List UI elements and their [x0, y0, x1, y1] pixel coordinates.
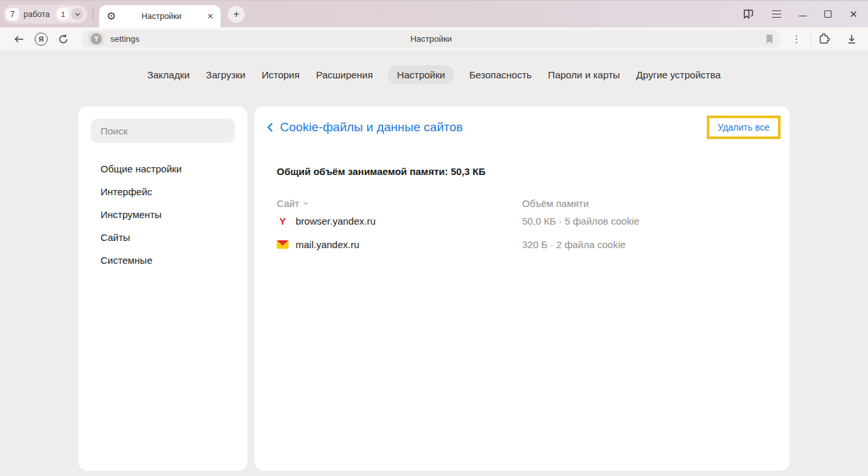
site-name: mail.yandex.ru: [296, 239, 360, 250]
table-row[interactable]: mail.yandex.ru 320 Б · 2 файла cookie: [277, 232, 767, 256]
tab-settings[interactable]: ⚙ Настройки ✕: [99, 5, 221, 27]
menu-icon[interactable]: [772, 10, 781, 18]
column-site-label: Сайт: [277, 198, 300, 209]
yandex-browser-favicon: Y: [277, 215, 288, 227]
page-title-in-urlbar: Настройки: [82, 34, 780, 44]
settings-sidebar: Общие настройки Интерфейс Инструменты Са…: [78, 106, 247, 471]
search-input[interactable]: [91, 119, 235, 143]
nav-history[interactable]: История: [260, 65, 301, 84]
tab-group-counter[interactable]: 1: [55, 7, 85, 22]
new-tab-button[interactable]: +: [228, 6, 245, 23]
downloads-icon[interactable]: [846, 33, 858, 45]
site-name: browser.yandex.ru: [296, 215, 376, 227]
cookies-table: Сайт Объём памяти Y browser.yandex.ru 50…: [277, 198, 767, 256]
extensions-icon[interactable]: [818, 32, 831, 46]
site-size: 50,0 КБ · 5 файлов cookie: [522, 215, 767, 227]
nav-downloads[interactable]: Загрузки: [205, 65, 247, 84]
sidebar-item-interface[interactable]: Интерфейс: [78, 180, 247, 203]
site-size: 320 Б · 2 файла cookie: [522, 239, 767, 250]
total-memory-label: Общий объём занимаемой памяти: 50,3 КБ: [277, 166, 790, 177]
sidebar-item-sites[interactable]: Сайты: [78, 226, 247, 249]
table-header: Сайт Объём памяти: [277, 198, 767, 209]
address-bar[interactable]: Y settings Настройки: [82, 30, 780, 48]
tab-close-icon[interactable]: ✕: [207, 12, 213, 21]
nav-passwords[interactable]: Пароли и карты: [547, 65, 621, 84]
nav-other-devices[interactable]: Другие устройства: [635, 65, 722, 84]
yandex-mail-favicon: [277, 240, 288, 249]
toolbar: Я Y settings Настройки ⋮: [0, 27, 868, 50]
column-size: Объём памяти: [522, 198, 767, 209]
maximize-icon[interactable]: [824, 10, 831, 18]
tab-group-unread-badge: 7: [6, 8, 19, 21]
nav-extensions[interactable]: Расширения: [315, 65, 374, 84]
tab-separator: [93, 8, 93, 21]
delete-all-button[interactable]: Удалить все: [707, 116, 781, 139]
nav-security[interactable]: Безопасность: [468, 65, 533, 84]
url-text[interactable]: settings: [110, 34, 140, 44]
bookmark-icon[interactable]: [765, 34, 774, 44]
browser-window: 7 работа 1 ⚙ Настройки ✕ +: [0, 0, 868, 476]
bookmarks-panel-icon[interactable]: [742, 8, 754, 20]
minimize-icon[interactable]: [799, 16, 807, 17]
cookies-panel: Cookie-файлы и данные сайтов Удалить все…: [255, 106, 790, 471]
sidebar-item-tools[interactable]: Инструменты: [78, 203, 247, 226]
tab-group-count-badge: 1: [57, 8, 69, 20]
nav-bookmarks[interactable]: Закладки: [146, 65, 191, 84]
back-icon[interactable]: [9, 33, 29, 45]
sort-chevron-icon[interactable]: [303, 200, 309, 206]
tab-title: Настройки: [116, 12, 208, 21]
reload-icon[interactable]: [54, 33, 73, 45]
column-site[interactable]: Сайт: [277, 198, 522, 209]
window-close-icon[interactable]: ✕: [849, 9, 858, 19]
sidebar-item-system[interactable]: Системные: [78, 249, 247, 272]
settings-nav: Закладки Загрузки История Расширения Нас…: [0, 65, 868, 84]
site-favicon-icon: Y: [91, 33, 102, 44]
chevron-down-icon[interactable]: [71, 8, 84, 20]
tab-group[interactable]: 7 работа 1: [3, 5, 87, 24]
tab-group-name: работа: [23, 10, 51, 19]
nav-settings[interactable]: Настройки: [388, 65, 454, 84]
tab-strip: 7 работа 1 ⚙ Настройки ✕ +: [0, 0, 868, 27]
cookies-header: Cookie-файлы и данные сайтов Удалить все: [255, 106, 790, 139]
window-controls: ✕: [742, 8, 858, 20]
gear-icon: ⚙: [106, 11, 116, 22]
table-row[interactable]: Y browser.yandex.ru 50,0 КБ · 5 файлов c…: [277, 209, 767, 232]
more-options-icon[interactable]: ⋮: [792, 33, 801, 45]
site-identity-chip[interactable]: Y: [88, 32, 104, 46]
yandex-logo-icon[interactable]: Я: [35, 33, 48, 46]
sidebar-list: Общие настройки Интерфейс Инструменты Са…: [78, 157, 247, 272]
settings-page: Закладки Загрузки История Расширения Нас…: [0, 50, 868, 476]
sidebar-item-general[interactable]: Общие настройки: [78, 157, 247, 180]
back-chevron-icon[interactable]: [266, 121, 274, 133]
page-title: Cookie-файлы и данные сайтов: [280, 120, 463, 135]
toolbar-separator: [811, 34, 811, 44]
